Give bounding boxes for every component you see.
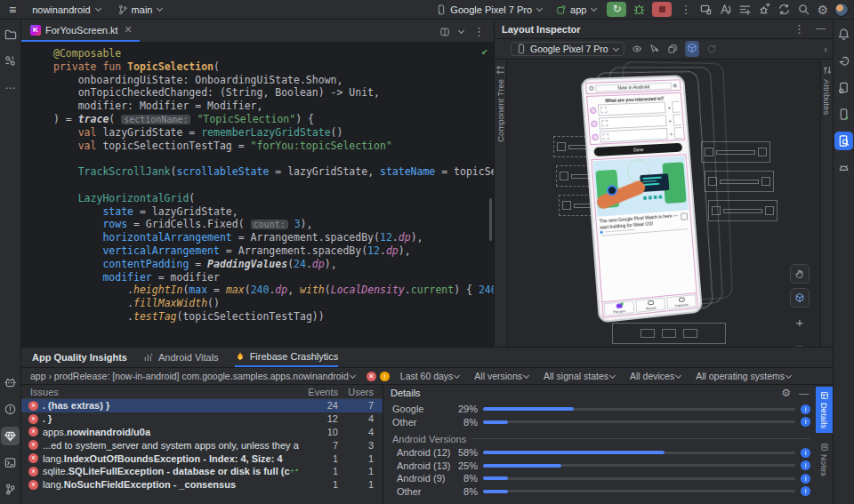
run-button[interactable]: ↻ (607, 2, 626, 17)
device-manager-icon[interactable] (699, 3, 713, 16)
tab-firebase-crashlytics[interactable]: Firebase Crashlytics (235, 348, 339, 367)
inspector-device-selector[interactable]: Google Pixel 7 Pro (511, 42, 624, 56)
main-menu-icon[interactable]: ≡ (5, 4, 20, 16)
gradle-sync-icon[interactable] (777, 3, 791, 16)
filter-dropdown[interactable]: Last 60 days (400, 371, 461, 381)
details-vertical-tab[interactable]: Details (816, 387, 833, 433)
more-tool-windows-icon[interactable]: ⋯ (1, 78, 20, 97)
bar-percent: 25% (456, 460, 478, 471)
issue-row[interactable]: ×...ed to system_server and system apps … (21, 438, 383, 452)
issue-row[interactable]: ×. (has extras) }247 (21, 399, 383, 412)
info-icon[interactable]: i (801, 486, 810, 496)
stop-button[interactable] (652, 2, 672, 17)
settings-gear-icon[interactable]: ⚙ (817, 4, 828, 16)
code-editor[interactable]: @Composableprivate fun TopicSelection( o… (21, 43, 494, 347)
search-icon[interactable] (797, 3, 810, 16)
device-selector[interactable]: Google Pixel 7 Pro (432, 4, 546, 16)
issue-row[interactable]: ×lang.IndexOutOfBoundsException - Index:… (21, 452, 383, 465)
layout-inspector-tool-icon[interactable] (834, 132, 853, 150)
nav-item-icon (616, 303, 622, 308)
crash-error-icon: × (28, 401, 38, 411)
info-icon[interactable]: i (801, 448, 810, 458)
hide-panel-icon[interactable]: — (816, 22, 826, 36)
editor-scrollbar[interactable] (489, 198, 492, 241)
collapse-details-icon[interactable]: — (799, 388, 809, 398)
table-icon (820, 391, 829, 400)
issue-events-count: 24 (299, 400, 345, 411)
build-variants-icon[interactable] (738, 3, 752, 16)
gradle-tool-icon[interactable] (834, 52, 853, 70)
problems-tool-icon[interactable] (1, 400, 20, 419)
version-control-tool-icon[interactable] (1, 480, 20, 499)
issue-row[interactable]: ×sqlite.SQLiteFullException - database o… (21, 465, 383, 478)
info-icon[interactable]: i (801, 417, 810, 427)
zoom-in-button[interactable]: + (790, 312, 810, 332)
nonfatal-filter-toggle[interactable]: ! (380, 372, 390, 381)
notes-vertical-tab[interactable]: Notes (816, 438, 833, 481)
layers-icon[interactable] (667, 44, 678, 54)
logcat-robot-icon[interactable] (834, 158, 853, 177)
refresh-icon[interactable] (706, 44, 717, 54)
issue-row[interactable]: ×. }124 (21, 412, 383, 426)
chevron-down-icon (675, 372, 681, 378)
code-line: val lazyGridState = rememberLazyGridStat… (53, 126, 494, 140)
panel-options-icon[interactable]: ⋮ (792, 22, 807, 36)
editor-options-icon[interactable]: ⋮ (471, 25, 487, 38)
crash-error-icon: × (28, 480, 38, 490)
inspector-3d-canvas[interactable]: Now in Android ⚙ What are you interested… (507, 60, 820, 347)
notifications-bell-icon[interactable] (834, 25, 853, 44)
3d-mode-toggle[interactable] (685, 41, 699, 57)
toolbar-overflow-icon[interactable]: › (824, 44, 827, 54)
phone-app-bar: Now in Android ⚙ (585, 79, 681, 94)
inspected-phone-render[interactable]: Now in Android ⚙ What are you interested… (581, 75, 703, 323)
select-component-icon[interactable] (649, 44, 660, 54)
debug-button[interactable] (632, 3, 646, 16)
details-bar-row: Android (13)25%i (392, 460, 810, 473)
project-widget[interactable]: nowinandroid (28, 4, 104, 16)
canvas-controls: + − (790, 264, 810, 347)
close-tab-icon[interactable]: ✕ (125, 24, 133, 36)
info-icon[interactable]: i (801, 474, 810, 484)
issue-users-count: 1 (345, 479, 383, 490)
more-actions-icon[interactable]: ⋮ (678, 3, 693, 16)
terminal-tool-icon[interactable] (1, 453, 20, 472)
project-tool-icon[interactable] (1, 25, 20, 44)
issue-row[interactable]: ×lang.NoSuchFieldException - _consensus1… (21, 478, 383, 492)
pan-tool-button[interactable] (790, 264, 810, 284)
code-line: onTopicCheckedChanged: (String, Boolean)… (53, 86, 494, 100)
logcat-tool-icon[interactable] (1, 373, 20, 392)
commit-tool-icon[interactable] (1, 52, 20, 70)
chevron-down-icon[interactable] (458, 28, 464, 34)
info-icon[interactable]: i (801, 404, 810, 414)
chevron-down-icon (454, 372, 460, 378)
vcs-branch-widget[interactable]: main (114, 4, 167, 16)
info-icon[interactable]: i (801, 460, 810, 470)
run-configuration-selector[interactable]: app (552, 4, 600, 16)
avatar[interactable] (834, 3, 849, 17)
filter-dropdown[interactable]: All operating systems (696, 371, 792, 381)
bar-label: Google (392, 404, 451, 414)
component-tree-tab[interactable]: Component Tree (495, 60, 507, 347)
app-quality-insights-tool-icon[interactable] (1, 427, 20, 445)
issue-row[interactable]: ×apps.nowinandroid/u0a104 (21, 426, 383, 439)
editor-tab-foryouscreen[interactable]: K ForYouScreen.kt ✕ (21, 20, 140, 42)
scope-filter-dropdown[interactable]: app › prodRelease: [now-in-android] com.… (30, 371, 356, 381)
filter-dropdown[interactable]: All devices (630, 371, 681, 381)
attributes-tab[interactable]: Attributes (820, 60, 833, 347)
filter-dropdown[interactable]: All signal states (544, 371, 616, 381)
details-settings-icon[interactable]: ⚙ (781, 388, 791, 398)
profile-app-icon[interactable] (719, 3, 732, 16)
device-manager-tool-icon[interactable] (834, 78, 853, 97)
tab-android-vitals[interactable]: Android Vitals (143, 348, 219, 367)
fatal-filter-toggle[interactable]: ✕ (367, 372, 376, 381)
zoom-out-button[interactable]: − (790, 336, 810, 347)
view-options-icon[interactable] (632, 44, 642, 54)
split-editor-icon[interactable] (439, 27, 450, 37)
inspections-ok-icon[interactable]: ✔ (481, 46, 487, 58)
3d-rotate-button[interactable] (790, 288, 810, 308)
running-devices-tool-icon[interactable] (834, 105, 853, 124)
attach-debugger-icon[interactable] (758, 3, 771, 16)
inspector-toolbar: Google Pixel 7 Pro › (495, 39, 833, 60)
filter-dropdown[interactable]: All versions (474, 371, 529, 381)
phone-nav-item: Saved (635, 297, 665, 312)
